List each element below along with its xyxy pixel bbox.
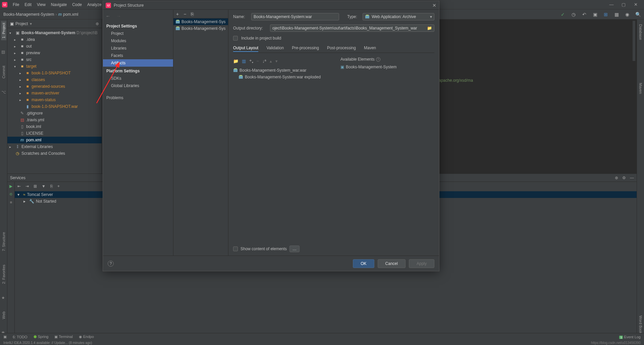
show-content-checkbox[interactable] bbox=[233, 247, 238, 251]
sidebar-item-project[interactable]: Project bbox=[103, 30, 173, 37]
tool-database-tab[interactable]: Database bbox=[638, 23, 643, 41]
collapse-icon[interactable]: ⇤ bbox=[17, 184, 21, 189]
tab-maven[interactable]: Maven bbox=[364, 45, 376, 52]
menu-edit[interactable]: Edit bbox=[22, 1, 34, 8]
tab-postprocessing[interactable]: Post-processing bbox=[327, 45, 356, 52]
target-icon[interactable]: ⊕ bbox=[96, 21, 99, 26]
tree-folder-classes[interactable]: classes bbox=[32, 77, 45, 82]
translate-icon[interactable]: ⊞ bbox=[603, 12, 608, 17]
ellipsis-button[interactable]: … bbox=[289, 246, 300, 252]
menu-view[interactable]: View bbox=[34, 1, 48, 8]
tool-commit-tab[interactable]: Commit bbox=[1, 64, 6, 80]
tree-folder-out[interactable]: out bbox=[26, 44, 32, 49]
menu-code[interactable]: Code bbox=[69, 1, 85, 8]
minimize-icon[interactable]: — bbox=[630, 176, 634, 180]
run-icon[interactable]: ▶ bbox=[9, 184, 12, 189]
tree-file-pom[interactable]: pom.xml bbox=[26, 138, 41, 142]
tree-folder-idea[interactable]: .idea bbox=[26, 37, 35, 42]
tab-output-layout[interactable]: Output Layout bbox=[233, 45, 258, 52]
filter-icon[interactable]: ▼ bbox=[42, 184, 46, 189]
outdir-input[interactable]: oject\Books-Management-System\out\artifa… bbox=[270, 24, 434, 32]
tree-external-libraries[interactable]: External Libraries bbox=[21, 144, 53, 149]
stop-icon[interactable]: ■ bbox=[10, 200, 12, 205]
hide-icon[interactable]: ▣ bbox=[3, 335, 7, 339]
menu-file[interactable]: File bbox=[10, 1, 22, 8]
service-not-started[interactable]: Not Started bbox=[36, 199, 56, 204]
tool-favorites-tab[interactable]: 2: Favorites bbox=[1, 263, 6, 286]
minimize-icon[interactable]: — bbox=[609, 2, 614, 7]
calendar-icon[interactable]: ▦ bbox=[614, 12, 619, 17]
tool-wordbook-tab[interactable]: Word Book bbox=[638, 314, 643, 335]
maximize-icon[interactable]: ▢ bbox=[621, 2, 626, 7]
add-icon[interactable]: +▾ bbox=[249, 58, 253, 64]
tab-endpoints[interactable]: ◉ Endpo bbox=[79, 335, 94, 339]
cancel-button[interactable]: Cancel bbox=[378, 259, 406, 268]
search-icon[interactable]: 🔍 bbox=[635, 12, 641, 17]
tab-eventlog[interactable]: 1 Event Log bbox=[619, 335, 641, 339]
back-icon[interactable]: ← bbox=[106, 13, 110, 19]
tree-folder-preview[interactable]: preview bbox=[26, 51, 40, 55]
tool-maven-tab[interactable]: Maven bbox=[638, 81, 643, 95]
tree-file-iml[interactable]: book.iml bbox=[26, 124, 41, 129]
sidebar-item-modules[interactable]: Modules bbox=[103, 37, 173, 45]
tab-validation[interactable]: Validation bbox=[266, 45, 284, 52]
bug-icon[interactable]: ⛭ bbox=[9, 192, 13, 197]
star-icon[interactable]: ★ bbox=[1, 295, 6, 300]
editor-area[interactable]: apache.org/xsd/ma bbox=[435, 19, 637, 174]
layout-root[interactable]: Books-Management-System_war.war bbox=[239, 68, 306, 73]
name-input[interactable]: Books-Management-System:war bbox=[251, 13, 339, 20]
service-tomcat[interactable]: Tomcat Server bbox=[27, 192, 53, 197]
tree-file-war[interactable]: book-1.0-SNAPSHOT.war bbox=[32, 104, 78, 109]
check-icon[interactable]: ✓ bbox=[560, 12, 566, 17]
folder-icon[interactable]: ▣ bbox=[592, 12, 598, 17]
add-icon[interactable]: + bbox=[176, 11, 179, 17]
sidebar-item-sdks[interactable]: SDKs bbox=[103, 75, 173, 82]
clock-icon[interactable]: ◷ bbox=[571, 12, 576, 17]
sort-icon[interactable]: ↓ª bbox=[262, 59, 266, 64]
browse-folder-icon[interactable]: 📁 bbox=[427, 26, 432, 30]
tab-preprocessing[interactable]: Pre-processing bbox=[292, 45, 319, 52]
breadcrumb-file[interactable]: pom.xml bbox=[63, 12, 78, 17]
tree-folder-target[interactable]: target bbox=[26, 64, 37, 69]
layout-child[interactable]: Books-Management-System:war exploded bbox=[245, 75, 321, 79]
up-icon[interactable]: ▴ bbox=[270, 59, 272, 64]
type-dropdown[interactable]: Web Application: Archive ▾ bbox=[363, 13, 434, 20]
tree-folder-archiver[interactable]: maven-archiver bbox=[32, 91, 59, 95]
undo-icon[interactable]: ↶ bbox=[582, 12, 587, 17]
sidebar-item-libraries[interactable]: Libraries bbox=[103, 45, 173, 52]
sidebar-item-artifacts[interactable]: Artifacts bbox=[103, 59, 173, 67]
remove-icon[interactable]: − bbox=[183, 11, 186, 17]
available-element-item[interactable]: Books-Management-System bbox=[346, 65, 396, 69]
help-icon[interactable]: ? bbox=[108, 261, 114, 267]
remove-icon[interactable]: − bbox=[257, 59, 259, 64]
artifact-list-item[interactable]: Books-Management-Sys bbox=[173, 18, 228, 25]
chevron-down-icon[interactable]: ▾ bbox=[30, 21, 32, 26]
add-icon[interactable]: + bbox=[57, 184, 60, 189]
dialog-close-icon[interactable]: ✕ bbox=[432, 3, 436, 8]
output-layout-tree[interactable]: Books-Management-System_war.war Books-Ma… bbox=[233, 65, 330, 80]
grid-icon[interactable]: ⊞ bbox=[34, 184, 37, 189]
tool-web-tab[interactable]: Web bbox=[1, 309, 6, 321]
tree-scratches[interactable]: Scratches and Consoles bbox=[21, 151, 65, 156]
tab-spring[interactable]: ⬢ Spring bbox=[34, 335, 49, 339]
expand-icon[interactable]: ⇥ bbox=[25, 184, 29, 189]
close-icon[interactable]: ✕ bbox=[633, 2, 638, 7]
sidebar-item-global-libraries[interactable]: Global Libraries bbox=[103, 82, 173, 89]
artifact-list-item[interactable]: Books-Management-Sys bbox=[173, 25, 228, 32]
editor-minimap[interactable] bbox=[633, 21, 635, 61]
tree-file-travis[interactable]: .travis.yml bbox=[26, 118, 44, 122]
tab-todo[interactable]: 6: TODO bbox=[13, 335, 28, 339]
tree-folder-generated[interactable]: generated-sources bbox=[32, 84, 65, 89]
tree-folder-status[interactable]: maven-status bbox=[32, 97, 56, 102]
tool-project-tab[interactable]: 1: Project bbox=[1, 21, 6, 40]
tree-file-license[interactable]: LICENSE bbox=[26, 131, 43, 136]
sidebar-item-problems[interactable]: Problems bbox=[103, 94, 173, 101]
project-tree[interactable]: ▾▣Books-Management-System D:\project\B ▸… bbox=[7, 28, 102, 158]
tree-folder-src[interactable]: src bbox=[26, 57, 32, 62]
menu-navigate[interactable]: Navigate bbox=[48, 1, 69, 8]
gear-icon[interactable]: ⚙ bbox=[622, 176, 626, 180]
ok-button[interactable]: OK bbox=[353, 259, 374, 268]
world-icon[interactable]: ⊕ bbox=[615, 176, 618, 180]
db-icon[interactable]: ▤ bbox=[1, 50, 6, 54]
tool-structure-tab[interactable]: 7: Structure bbox=[1, 230, 6, 253]
